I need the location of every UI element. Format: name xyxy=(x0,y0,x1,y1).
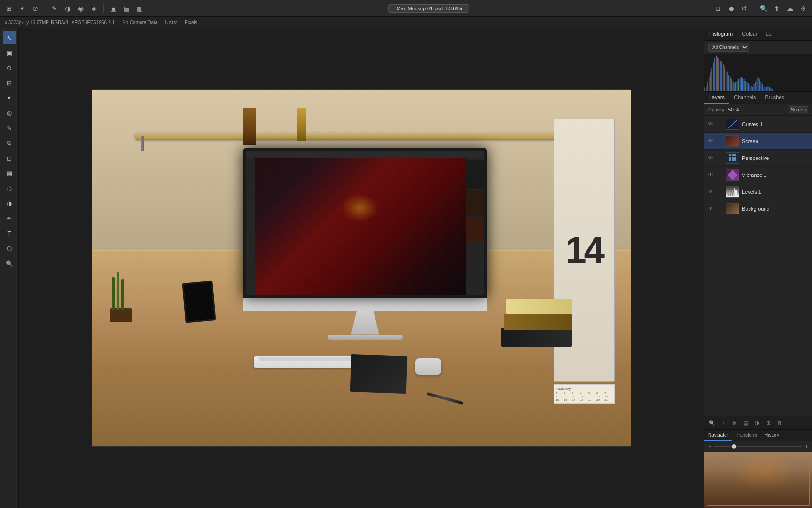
bottle-dark xyxy=(243,108,256,145)
layer-item-perspective[interactable]: 👁 Perspective xyxy=(704,150,812,167)
blend-mode[interactable]: Screen xyxy=(789,106,808,113)
navigator-tabs: Navigator Transform History xyxy=(704,430,812,441)
tool-paint[interactable]: ◑ xyxy=(62,3,73,14)
left-toolbar: ↖ ▣ ⊙ ⊞ ✦ ◎ ✎ ⧉ ◻ ▦ ◌ ◑ ✒ T ⬡ 🔍 xyxy=(0,28,19,508)
layer-fx-icon[interactable]: fx xyxy=(730,418,739,428)
toolbar-separator-2 xyxy=(103,4,104,13)
tool-move[interactable]: ↖ xyxy=(3,31,16,44)
layer-item-levels1[interactable]: 👁 Levels 1 xyxy=(704,183,812,200)
layer-adjust-icon[interactable]: ◑ xyxy=(752,418,762,428)
tool-smart-object[interactable]: ⊞ xyxy=(4,3,14,14)
layer-link-background xyxy=(717,206,723,212)
tab-brushes[interactable]: Brushes xyxy=(761,92,789,104)
layer-name-screen: Screen xyxy=(742,138,809,144)
tool-blur[interactable]: ◌ xyxy=(3,182,16,195)
svg-rect-72 xyxy=(727,71,728,91)
ps-layer-thumb3 xyxy=(466,217,484,241)
svg-rect-1 xyxy=(706,87,707,91)
view-icon[interactable]: ⊡ xyxy=(713,3,723,14)
settings-icon[interactable]: ⚙ xyxy=(798,3,808,14)
layer-visibility-background[interactable]: 👁 xyxy=(707,206,714,212)
layer-item-screen[interactable]: 👁 Screen xyxy=(704,133,812,150)
layer-thumb-curves1 xyxy=(726,119,739,130)
layer-visibility-vibrance1[interactable]: 👁 xyxy=(707,172,714,178)
zoom-slider[interactable] xyxy=(714,446,802,447)
ps-topbar xyxy=(246,151,484,158)
tool-3[interactable]: ⊙ xyxy=(30,3,40,14)
layers-tabs: Layers Channels Brushes xyxy=(704,92,812,104)
layer-delete-icon[interactable]: 🗑 xyxy=(775,418,784,428)
history-icon[interactable]: ↺ xyxy=(739,3,750,14)
search-icon[interactable]: 🔍 xyxy=(758,3,769,14)
tab-colour[interactable]: Colour xyxy=(737,28,762,40)
layer-mask-add-icon[interactable]: ▤ xyxy=(741,418,750,428)
zoom-plus-icon[interactable]: + xyxy=(805,443,808,450)
tool-lasso[interactable]: ⊙ xyxy=(3,61,16,74)
svg-rect-37 xyxy=(757,79,757,91)
tool-crop[interactable]: ⊞ xyxy=(3,76,16,89)
notebook xyxy=(350,354,408,394)
layer-visibility-curves1[interactable]: 👁 xyxy=(707,121,714,127)
layer-link-curves1 xyxy=(717,121,723,127)
tab-history[interactable]: History xyxy=(761,430,783,441)
tool-heal[interactable]: ◎ xyxy=(3,106,16,119)
tool-eyedropper[interactable]: ✦ xyxy=(3,91,16,104)
svg-rect-36 xyxy=(755,82,756,91)
layer-group-icon[interactable]: ⊞ xyxy=(764,418,773,428)
tool-adjust[interactable]: ◈ xyxy=(89,3,99,14)
main-layout: ↖ ▣ ⊙ ⊞ ✦ ◎ ✎ ⧉ ◻ ▦ ◌ ◑ ✒ T ⬡ 🔍 xyxy=(0,28,812,508)
layer-search-icon[interactable]: 🔍 xyxy=(707,418,717,428)
tab-layers[interactable]: Layers xyxy=(704,92,729,104)
tab-transform[interactable]: Transform xyxy=(732,430,761,441)
layer-name-curves1: Curves 1 xyxy=(742,121,809,127)
ps-layer-thumb1 xyxy=(466,160,484,189)
tool-shape[interactable]: ⬡ xyxy=(3,242,16,255)
tool-frame[interactable]: ▤ xyxy=(121,3,132,14)
layer-item-vibrance1[interactable]: 👁 Vibrance 1 xyxy=(704,167,812,183)
tab-histogram[interactable]: Histogram xyxy=(704,28,737,40)
navigator-section: Navigator Transform History − + xyxy=(704,429,812,508)
layers-list: 👁 Curves 1 👁 Screen xyxy=(704,116,812,416)
layer-add-icon[interactable]: + xyxy=(718,418,728,428)
share-icon[interactable]: ⬆ xyxy=(772,3,782,14)
tab-la[interactable]: La xyxy=(762,28,775,40)
tool-clone[interactable]: ⧉ xyxy=(3,136,16,150)
tool-eraser2[interactable]: ◻ xyxy=(3,151,16,165)
layer-item-curves1[interactable]: 👁 Curves 1 xyxy=(704,116,812,133)
tool-2[interactable]: ✦ xyxy=(17,3,27,14)
layer-visibility-perspective[interactable]: 👁 xyxy=(707,155,714,161)
shelf xyxy=(135,133,604,139)
tab-navigator[interactable]: Navigator xyxy=(704,430,732,441)
layer-item-background[interactable]: 👁 Background xyxy=(704,200,812,217)
layer-thumb-perspective xyxy=(726,152,739,164)
tool-mask[interactable]: ▥ xyxy=(134,3,145,14)
file-title: iMac Mockup 01.psd (53.6%) xyxy=(388,4,469,13)
tool-gradient[interactable]: ▦ xyxy=(3,167,16,180)
layers-bottom-bar: 🔍 + fx ▤ ◑ ⊞ 🗑 xyxy=(704,416,812,429)
navigator-preview[interactable] xyxy=(704,452,812,508)
tool-brush2[interactable]: ✎ xyxy=(3,121,16,135)
layer-visibility-screen[interactable]: 👁 xyxy=(707,138,714,144)
tool-pen[interactable]: ✒ xyxy=(3,212,16,225)
tab-channels[interactable]: Channels xyxy=(729,92,760,104)
wall-art-area: 14 February 1234567 891011121314 1516171… xyxy=(554,119,615,404)
record-icon[interactable]: ⏺ xyxy=(726,3,736,14)
tool-marquee[interactable]: ▣ xyxy=(3,46,16,59)
layer-link-levels1 xyxy=(717,189,723,195)
plant-stem2 xyxy=(117,272,119,310)
tool-dodge[interactable]: ◑ xyxy=(3,197,16,210)
channel-select[interactable]: All Channels xyxy=(708,43,749,52)
zoom-minus-icon[interactable]: − xyxy=(708,443,711,450)
imac-mockup xyxy=(243,148,487,340)
tool-type[interactable]: T xyxy=(3,227,16,240)
opacity-value[interactable]: 50 % xyxy=(728,107,739,112)
tool-select[interactable]: ▣ xyxy=(108,3,118,14)
cloud-icon[interactable]: ☁ xyxy=(785,3,795,14)
layer-thumb-vibrance1 xyxy=(726,169,739,181)
svg-rect-63 xyxy=(744,81,745,91)
layer-visibility-levels1[interactable]: 👁 xyxy=(707,189,714,195)
canvas-area[interactable]: 14 February 1234567 891011121314 1516171… xyxy=(19,28,704,508)
tool-brush[interactable]: ✎ xyxy=(49,3,60,14)
tool-zoom[interactable]: 🔍 xyxy=(3,257,16,270)
tool-color[interactable]: ◉ xyxy=(76,3,86,14)
